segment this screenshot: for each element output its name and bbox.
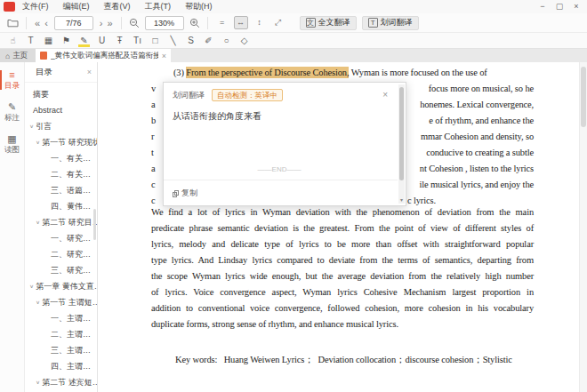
scroll-down-arrow-icon[interactable]: ▾	[398, 196, 405, 204]
paragraph-line: type lyrics. And Lindsay lyrics compared…	[151, 252, 534, 268]
left-rail: ≡ 目录 ✎ 标注 ▦ 读图	[0, 62, 25, 392]
chevron-down-icon[interactable]: ∨	[29, 280, 34, 292]
toc-item[interactable]: ∨ 第一节 主谓短…	[25, 294, 97, 310]
toc-item[interactable]: ∨ 三、主谓…	[25, 342, 97, 358]
fit-page-icon[interactable]: =	[215, 16, 229, 29]
tab-document-title: _黄伟文歌词偏离搭配及语篇衔接研究	[51, 51, 158, 61]
menu-items: 文件(F)编辑(E)查看(V)工具(T)帮助(H)	[22, 1, 213, 12]
main-scrollbar[interactable]	[579, 62, 587, 392]
word-translate-popup: 划词翻译 自动检测：英译中 × 从话语衔接的角度来看 ——END—— 复制 ▾	[163, 82, 406, 206]
sidebar-scrollbar[interactable]	[93, 209, 96, 240]
insert-text-tool[interactable]: Tı	[132, 35, 143, 47]
popup-header: 划词翻译 自动检测：英译中 ×	[164, 83, 406, 101]
menu-item[interactable]: 帮助(H)	[185, 1, 213, 12]
prev-page-button[interactable]: ‹	[44, 17, 49, 29]
toc-item[interactable]: ∨ 二、研究…	[25, 246, 97, 262]
paragraph-2: We find a lot of lyrics in Wyman deviati…	[151, 204, 534, 332]
chevron-down-icon[interactable]: ∨	[36, 296, 40, 308]
toc-item[interactable]: ∨ 引言	[25, 118, 97, 134]
minimize-button[interactable]: −	[538, 1, 547, 12]
zoom-out-icon[interactable]	[129, 18, 140, 28]
menu-item[interactable]: 查看(V)	[104, 1, 131, 12]
paragraph-line: duplicate forms, strong sense of rhythm,…	[151, 316, 534, 332]
squiggle-tool[interactable]: S	[185, 35, 197, 47]
zoom-in-icon[interactable]	[189, 18, 200, 28]
maximize-button[interactable]: ▢	[555, 1, 564, 12]
tab-bar: ⌂ 主页 _黄伟文歌词偏离搭配及语篇衔接研究 ×	[0, 49, 587, 62]
window-controls: −▢×	[538, 1, 587, 12]
rail-item-annotations[interactable]: ✎ 标注	[0, 101, 24, 123]
toc-item[interactable]: ∨ 三、语篇…	[25, 182, 97, 198]
toc-item[interactable]: ∨ 二、主谓…	[25, 326, 97, 342]
toc-item[interactable]: ∨ 第一节 研究现状	[25, 134, 97, 150]
copy-icon	[173, 190, 179, 197]
next-page-button[interactable]: ›	[99, 17, 104, 29]
toc-item[interactable]: ∨ 四、主谓…	[25, 358, 97, 374]
fullscreen-icon[interactable]: ⤢	[271, 16, 285, 29]
first-page-button[interactable]: «	[34, 17, 41, 29]
app-window: 文件(F)编辑(E)查看(V)工具(T)帮助(H) −▢× «‹ 7/76 ›»…	[0, 0, 587, 392]
toc-item[interactable]: ∨ 二、有关…	[25, 166, 97, 182]
pencil-tool[interactable]: ✐	[203, 35, 214, 47]
menu-item[interactable]: 工具(T)	[145, 1, 172, 12]
toc-item[interactable]: ∨ 四、黄伟…	[25, 198, 97, 214]
menu-item[interactable]: 文件(F)	[22, 1, 49, 12]
text-tool[interactable]: T	[25, 35, 36, 47]
home-icon: ⌂	[5, 52, 10, 60]
toc-item[interactable]: ∨ 第一章 黄伟文直…	[25, 278, 97, 294]
strikethrough-tool[interactable]: Ŧ	[114, 35, 125, 47]
toc-item[interactable]: ∨ 第二节 研究目…	[25, 214, 97, 230]
tab-home[interactable]: ⌂ 主页	[0, 49, 36, 62]
chevron-down-icon[interactable]: ∨	[36, 216, 40, 228]
toc-item[interactable]: ∨ 摘要	[25, 86, 97, 102]
keywords-line: Key words: Huang Weiwen Lyrics； Deviatio…	[151, 352, 543, 368]
main-scrollbar-thumb[interactable]	[581, 67, 586, 127]
chevron-down-icon[interactable]: ∨	[36, 376, 40, 388]
image-tool[interactable]: ▦	[43, 35, 54, 47]
paragraph-line: the scope Wyman lyrics wide enough, but …	[151, 268, 534, 284]
fit-width-icon[interactable]: ↔	[234, 16, 248, 29]
eraser-tool[interactable]: ◇	[238, 35, 250, 47]
popup-close-icon[interactable]: ×	[382, 91, 388, 100]
rail-item-toc[interactable]: ≡ 目录	[0, 69, 24, 91]
paragraph-line: addition to conventional voice convergen…	[151, 300, 534, 316]
toolbar-separator	[207, 17, 208, 29]
toc-item[interactable]: ∨ 一、主谓…	[25, 310, 97, 326]
underline-tool[interactable]: U	[96, 35, 108, 47]
page-number-input[interactable]: 7/76	[54, 16, 93, 30]
hand-tool[interactable]: ☝	[7, 35, 19, 47]
toc-item[interactable]: ∨ Abstract	[25, 102, 97, 118]
line-tool[interactable]: ╲	[167, 35, 179, 47]
tab-close-icon[interactable]: ×	[162, 52, 166, 60]
toc-item[interactable]: ∨ 第二节 述宾短…	[25, 374, 97, 390]
popup-scrollbar[interactable]: ▾	[398, 84, 405, 204]
rectangle-tool[interactable]: □	[149, 35, 161, 47]
toc-item[interactable]: ∨ 一、研究…	[25, 230, 97, 246]
toc-close-icon[interactable]: ×	[87, 68, 92, 76]
fit-height-icon[interactable]: ↕	[253, 16, 267, 29]
bookmark-tool[interactable]: ⚑	[60, 35, 72, 47]
app-logo-icon	[4, 2, 15, 12]
close-button[interactable]: ×	[572, 1, 581, 12]
last-page-button[interactable]: »	[106, 17, 113, 29]
toc-item[interactable]: ∨ 三、研究…	[25, 262, 97, 278]
ellipse-tool[interactable]: ○	[221, 35, 232, 47]
pdf-doc-icon	[40, 52, 47, 60]
menu-item[interactable]: 编辑(E)	[63, 1, 90, 12]
highlight-tool[interactable]: ✎	[78, 35, 90, 47]
word-translate-icon: T	[368, 18, 378, 28]
popup-scrollbar-thumb[interactable]	[399, 87, 404, 180]
toc-item[interactable]: ∨ 一、有关…	[25, 150, 97, 166]
full-translate-icon: 文	[306, 18, 316, 28]
word-translate-button[interactable]: T 划词翻译	[362, 16, 419, 30]
chevron-down-icon[interactable]: ∨	[29, 120, 34, 132]
full-translate-button[interactable]: 文 全文翻译	[300, 16, 357, 30]
zoom-level-input[interactable]: 130%	[145, 16, 184, 30]
chevron-down-icon[interactable]: ∨	[36, 136, 40, 148]
translation-text: 从话语衔接的角度来看	[164, 101, 406, 123]
open-file-icon[interactable]	[7, 18, 19, 28]
rail-item-figures[interactable]: ▦ 读图	[0, 133, 24, 155]
paragraph-line: (3) From the perspective of Discourse Co…	[151, 65, 534, 81]
copy-button[interactable]: 复制	[173, 188, 197, 199]
tab-document[interactable]: _黄伟文歌词偏离搭配及语篇衔接研究 ×	[36, 49, 171, 62]
